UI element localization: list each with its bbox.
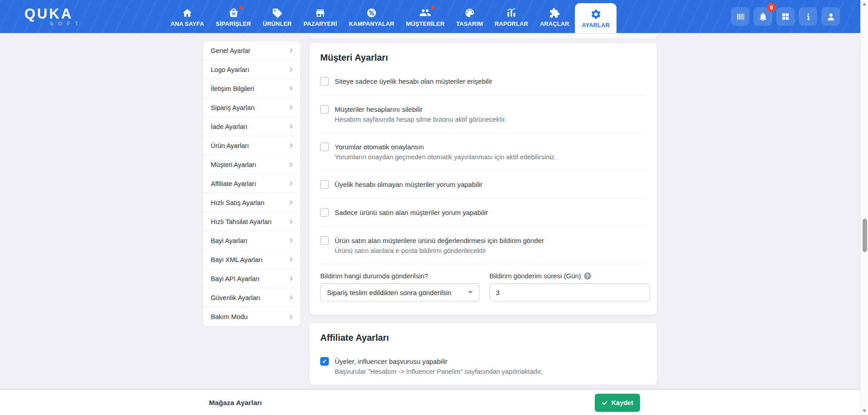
checkbox[interactable] (320, 236, 329, 245)
card-title: Affiliate Ayarları (320, 323, 646, 348)
logo-title: QUKA (24, 7, 97, 21)
checkbox-label: Müşteriler hesaplarını silebilir (335, 105, 422, 113)
tag-icon (272, 6, 283, 19)
checkbox[interactable] (320, 105, 329, 114)
nav-item-ana-sayfa[interactable]: ANA SAYFA (165, 0, 210, 33)
select-value: Sipariş teslim edildikten sonra gönderil… (327, 289, 451, 296)
sidebar-item[interactable]: Ürün Ayarları (204, 136, 300, 155)
setting-row: Yorumlar otomatik onaylansın Yorumların … (320, 133, 646, 171)
barcode-icon[interactable] (731, 7, 749, 26)
chevron-right-icon (288, 124, 294, 129)
users-icon (419, 6, 431, 19)
select-label: Bildirim hangi durumda gönderilsin? (320, 272, 479, 280)
sidebar-item-label: Logo Ayarları (211, 66, 249, 73)
bell-icon[interactable]: 6 (754, 7, 772, 26)
notification-condition-select[interactable]: Sipariş teslim edildikten sonra gönderil… (320, 283, 479, 301)
notification-dot (431, 5, 435, 9)
user-icon[interactable] (821, 7, 840, 26)
puzzle-icon (549, 6, 560, 19)
basket-icon (228, 6, 239, 19)
vertical-scrollbar[interactable] (860, 0, 868, 415)
notification-dot (239, 5, 243, 9)
sidebar-item-label: Bayi Ayarları (211, 237, 247, 244)
customer-settings-card: Müşteri Ayarları Siteye sadece üyelik he… (309, 43, 657, 315)
sidebar-item[interactable]: Bayi API Ayarları (204, 269, 300, 288)
chevron-down-icon (468, 291, 473, 294)
chevron-right-icon (288, 67, 294, 72)
sidebar-item[interactable]: Müşteri Ayarları (204, 155, 300, 174)
input-label: Bildirim gönderim süresi (Gün) (489, 272, 581, 280)
checkbox-helper-text: Ürünü satın alanlara e-posta bildirimi g… (335, 247, 646, 254)
apps-grid-icon[interactable] (776, 7, 795, 26)
sidebar-item[interactable]: Sipariş Ayarları (204, 98, 300, 117)
checkbox[interactable] (320, 357, 329, 366)
nav-item-kampanyalar[interactable]: KAMPANYALAR (343, 0, 400, 33)
save-button[interactable]: Kaydet (595, 394, 640, 412)
settings-sidebar: Genel Ayarlar Logo Ayarları İletişim Bil… (204, 41, 300, 326)
sidebar-item-label: Bayi API Ayarları (211, 275, 260, 282)
card-title: Müşteri Ayarları (320, 43, 646, 67)
sidebar-item[interactable]: Hızlı Tahsilat Ayarları (204, 212, 300, 231)
chevron-right-icon (288, 48, 294, 53)
scrollbar-thumb[interactable] (863, 219, 867, 252)
chevron-right-icon (288, 257, 294, 262)
palette-icon (464, 6, 475, 19)
checkbox[interactable] (320, 143, 329, 151)
sidebar-item-label: Genel Ayarlar (211, 47, 251, 54)
checkbox-helper-text: Hesabım sayfasında hesap silme butonu ak… (335, 116, 646, 123)
nav-item-pazaryeri[interactable]: PAZARYERİ (298, 0, 343, 33)
chevron-right-icon (288, 238, 294, 243)
checkbox-helper-text: Yorumların onaydan geçmeden otomatik yay… (335, 153, 646, 161)
checkbox[interactable] (320, 77, 329, 86)
help-icon[interactable]: ? (584, 272, 591, 280)
chart-icon (506, 6, 517, 19)
action-footer: Mağaza Ayarları Kaydet (0, 390, 860, 415)
checkbox-helper-text: Başvurular "Hesabım -> Influencer Paneli… (335, 368, 646, 375)
nav-item-urunler[interactable]: ÜRÜNLER (257, 0, 298, 33)
app-logo[interactable]: QUKA SOFT (24, 7, 97, 26)
nav-item-raporlar[interactable]: RAPORLAR (489, 0, 534, 33)
check-icon (602, 400, 608, 406)
checkbox[interactable] (320, 208, 329, 217)
nav-item-siparisler[interactable]: SİPARİŞLER (210, 0, 257, 33)
chevron-right-icon (288, 86, 294, 91)
checkbox-label: Yorumlar otomatik onaylansın (335, 143, 424, 151)
nav-item-ayarlar[interactable]: AYARLAR (575, 3, 617, 33)
chevron-right-icon (288, 295, 294, 301)
nav-item-musteriler[interactable]: MÜŞTERİLER (400, 0, 451, 33)
sidebar-item-label: İade Ayarları (211, 123, 247, 130)
sidebar-item[interactable]: Bayi Ayarları (204, 231, 300, 250)
sidebar-item[interactable]: Hızlı Satış Ayarları (204, 193, 300, 212)
sidebar-item[interactable]: İletişim Bilgileri (204, 79, 300, 98)
sidebar-item[interactable]: Genel Ayarlar (204, 41, 300, 60)
sidebar-item-label: İletişim Bilgileri (211, 85, 254, 92)
scroll-up-arrow-icon[interactable] (863, 3, 866, 5)
sidebar-item[interactable]: İade Ayarları (204, 117, 300, 136)
chevron-right-icon (288, 162, 294, 167)
chevron-right-icon (288, 200, 294, 205)
sidebar-item[interactable]: Bayi XML Ayarları (204, 250, 300, 269)
setting-row: Müşteriler hesaplarını silebilir Hesabım… (320, 95, 646, 133)
nav-item-tasarim[interactable]: TASARIM (451, 0, 489, 33)
scroll-down-arrow-icon[interactable] (863, 410, 866, 412)
chevron-right-icon (288, 276, 294, 281)
sidebar-item-label: Sipariş Ayarları (211, 104, 255, 111)
sidebar-item-label: Müşteri Ayarları (211, 161, 256, 168)
checkbox[interactable] (320, 180, 329, 189)
sidebar-item-label: Bayi XML Ayarları (211, 256, 262, 263)
sidebar-item[interactable]: Affiliate Ayarları (204, 174, 300, 193)
nav-item-araclar[interactable]: ARAÇLAR (534, 0, 575, 33)
sidebar-item[interactable]: Logo Ayarları (204, 60, 300, 79)
home-icon (182, 6, 193, 19)
main-nav: ANA SAYFA SİPARİŞLER ÜRÜNLER PAZARYERİ (165, 0, 617, 33)
chevron-right-icon (288, 181, 294, 186)
setting-row: Siteye sadece üyelik hesabı olan müşteri… (320, 67, 646, 95)
chevron-right-icon (288, 314, 294, 320)
sidebar-item[interactable]: Bakım Modu (204, 307, 300, 326)
sidebar-item[interactable]: Güvenlik Ayarları (204, 288, 300, 307)
info-icon[interactable] (799, 7, 817, 26)
gear-icon (590, 8, 602, 20)
checkbox-label: Ürün satın alan müşterilere ürünü değerl… (335, 237, 544, 244)
chevron-right-icon (288, 105, 294, 110)
notification-days-input[interactable] (489, 283, 650, 301)
